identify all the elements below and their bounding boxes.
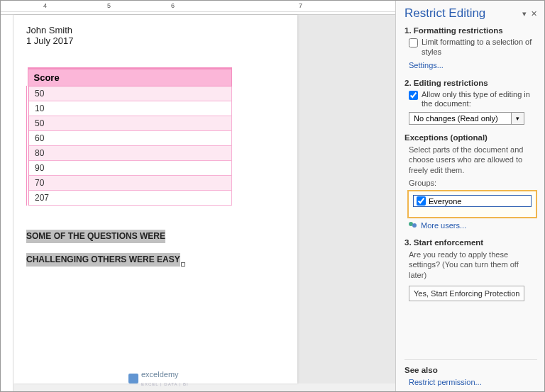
chevron-down-icon[interactable]: ▾: [512, 112, 524, 125]
table-row: 50: [28, 86, 232, 101]
formatting-restrictions-heading: 1. Formatting restrictions: [404, 26, 537, 35]
more-users-link[interactable]: More users...: [421, 221, 466, 230]
limit-formatting-checkbox[interactable]: [409, 38, 418, 47]
watermark-text: exceldemy: [141, 370, 179, 379]
score-table[interactable]: Score 50 10 50 60 80 90 70 207: [26, 67, 232, 206]
table-row: 10: [28, 101, 232, 116]
selection-handle-icon[interactable]: [181, 262, 185, 267]
start-enforcing-button[interactable]: Yes, Start Enforcing Protection: [409, 286, 524, 301]
groups-box: Everyone: [407, 190, 537, 218]
restrict-editing-pane: Restrict Editing ▾ ✕ 1. Formatting restr…: [395, 1, 544, 391]
limit-formatting-label: Limit formatting to a selection of style…: [422, 38, 537, 57]
document-page[interactable]: John Smith 1 July 2017 Score 50 10 50 60…: [13, 15, 297, 383]
pane-menu-icon[interactable]: ▾: [522, 9, 527, 18]
document-area: 4 5 6 7 John Smith 1 July 2017 Score 50 …: [1, 1, 395, 391]
ruler-mark: 4: [43, 2, 47, 9]
table-row: 80: [28, 146, 232, 161]
table-row: 207: [28, 191, 232, 206]
ruler-mark: 6: [171, 2, 175, 9]
exceldemy-logo-icon: [128, 374, 138, 383]
selected-text-block[interactable]: SOME OF THE QUESTIONS WERE CHALLENGING O…: [19, 220, 297, 267]
group-everyone-row[interactable]: Everyone: [413, 195, 532, 207]
pane-title: Restrict Editing: [404, 6, 485, 21]
exceptions-heading: Exceptions (optional): [404, 133, 537, 142]
ruler-mark: 7: [299, 2, 302, 9]
formatting-settings-link[interactable]: Settings...: [409, 61, 444, 69]
allow-editing-label: Allow only this type of editing in the d…: [422, 90, 537, 110]
table-row: 90: [28, 161, 232, 176]
editing-type-select[interactable]: No changes (Read only): [409, 112, 512, 125]
watermark-sub: EXCEL | DATA | BI: [141, 382, 189, 386]
table-row: 50: [28, 116, 232, 131]
pane-close-icon[interactable]: ✕: [531, 9, 537, 18]
exceptions-description: Select parts of the document and choose …: [409, 145, 537, 175]
selected-text-line[interactable]: CHALLENGING OTHERS WERE EASY: [26, 253, 180, 267]
allow-editing-checkbox[interactable]: [409, 91, 418, 100]
users-icon: [409, 222, 418, 230]
group-everyone-label: Everyone: [429, 197, 461, 206]
start-enforcement-heading: 3. Start enforcement: [404, 238, 537, 247]
selected-text-line[interactable]: SOME OF THE QUESTIONS WERE: [26, 230, 165, 243]
watermark: exceldemy EXCEL | DATA | BI: [128, 370, 189, 387]
score-header[interactable]: Score: [28, 69, 232, 86]
author-name[interactable]: John Smith: [19, 25, 297, 35]
group-everyone-checkbox[interactable]: [417, 196, 426, 206]
table-row: 70: [28, 176, 232, 191]
table-row: 60: [28, 131, 232, 146]
limit-formatting-checkbox-row[interactable]: Limit formatting to a selection of style…: [409, 38, 537, 57]
restrict-permission-link[interactable]: Restrict permission...: [409, 378, 482, 386]
groups-label: Groups:: [409, 178, 537, 188]
allow-editing-checkbox-row[interactable]: Allow only this type of editing in the d…: [409, 90, 537, 110]
see-also-heading: See also: [404, 366, 537, 374]
editing-restrictions-heading: 2. Editing restrictions: [404, 79, 537, 87]
page-margin-area: [297, 15, 395, 383]
vertical-ruler: [1, 15, 13, 391]
start-enforcement-description: Are you ready to apply these settings? (…: [409, 250, 537, 280]
document-date[interactable]: 1 July 2017: [19, 35, 297, 46]
ruler-mark: 5: [107, 2, 111, 9]
horizontal-ruler: 4 5 6 7: [1, 1, 395, 15]
